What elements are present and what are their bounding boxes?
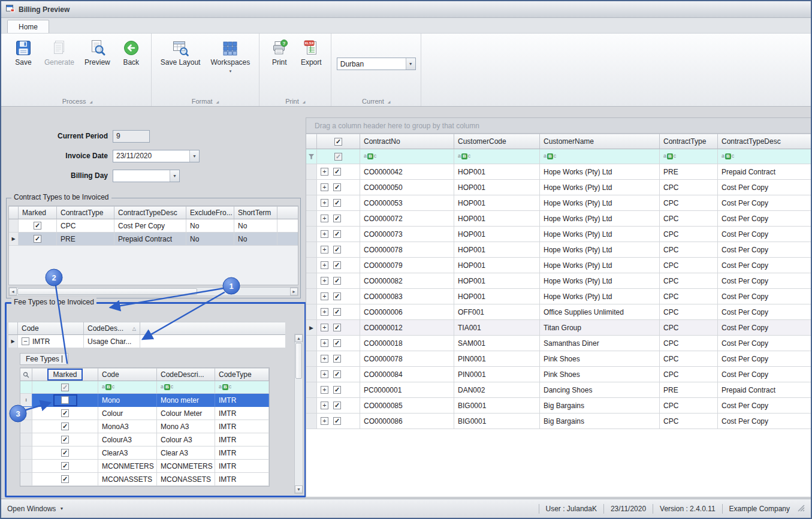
cell[interactable]: Cost Per Copy [718,367,811,382]
cell[interactable]: IMTR [215,394,269,407]
cell[interactable]: Hope Works (Pty) Ltd [540,195,660,211]
expand-button[interactable]: + [321,402,328,409]
cell[interactable]: CO0000082 [360,273,454,289]
column-header[interactable]: ContractType [57,206,114,219]
row-checkbox[interactable] [333,215,341,222]
contract-row[interactable]: +CO0000078PIN0001Pink ShoesCPCCost Per C… [306,351,811,367]
cell[interactable]: OFF001 [454,304,540,320]
row-checkbox[interactable] [333,168,341,176]
cell[interactable]: Cost Per Copy [718,336,811,351]
invoice-date-input[interactable] [113,152,189,160]
cell[interactable]: CPC [660,414,718,429]
cell[interactable]: CPC [660,336,718,351]
cell[interactable]: Big Bargains [540,414,660,429]
cell[interactable]: CPC [660,367,718,382]
marked-checkbox[interactable] [61,475,69,483]
cell[interactable]: Pink Shoes [540,367,660,382]
filter-cell[interactable]: aBc [540,149,660,164]
billing-day-input[interactable] [113,171,170,180]
fee-types-tab[interactable]: Fee Types [20,353,68,365]
chevron-down-icon[interactable]: ▼ [170,170,179,182]
cell[interactable]: MCONASSETS [98,473,157,486]
row-checkbox[interactable] [333,324,341,331]
row-checkbox[interactable] [333,199,341,207]
cell[interactable]: IMTR [215,446,269,460]
cell[interactable]: Colour A3 [157,433,215,446]
fee-type-row[interactable]: MCONASSETSMCONASSETSIMTR [20,473,269,486]
cell[interactable]: ClearA3 [98,446,157,460]
cell[interactable]: CPC [660,211,718,227]
filter-cell[interactable]: aBc [157,381,215,394]
column-header[interactable]: CodeDescri... [157,368,215,381]
expand-button[interactable]: + [321,355,328,363]
cell[interactable]: Cost Per Copy [718,414,811,429]
cell[interactable]: Prepaid Contract [718,164,811,180]
row-checkbox[interactable] [333,402,341,409]
expand-button[interactable]: + [321,246,328,254]
cell[interactable]: SAM001 [454,336,540,351]
marked-checkbox[interactable] [61,396,69,404]
contract-row[interactable]: +CO0000042HOP001Hope Works (Pty) LtdPREP… [306,164,811,180]
row-checkbox[interactable] [333,277,341,285]
cell[interactable]: HOP001 [454,180,540,195]
row-checkbox[interactable] [333,292,341,300]
cell[interactable]: CPC [57,219,114,233]
cell[interactable]: Hope Works (Pty) Ltd [540,242,660,258]
cell[interactable]: No [234,219,277,233]
cell[interactable]: CPC [660,398,718,414]
cell[interactable]: CO0000053 [360,195,454,211]
cell[interactable]: Office Supplies Unlimited [540,304,660,320]
cell[interactable]: Hope Works (Pty) Ltd [540,211,660,227]
save-button[interactable]: Save [8,36,38,70]
marked-checkbox[interactable] [61,449,69,457]
cell[interactable]: TIA001 [454,320,540,336]
cell[interactable]: ColourA3 [98,433,157,446]
column-header[interactable]: Code [18,322,84,335]
column-header[interactable]: CodeDes... △ [84,322,140,335]
cell[interactable]: No [186,219,234,233]
column-header[interactable]: CustomerName [540,134,660,149]
column-header[interactable]: Marked [19,206,57,219]
cell[interactable]: Cost Per Copy [718,304,811,320]
dialog-launcher-icon[interactable]: ◢ [216,99,219,104]
contract-grid-hscrollbar[interactable]: ◄ ► [8,287,298,296]
cell[interactable]: Colour Meter [157,407,215,420]
column-header[interactable]: CustomerCode [454,134,540,149]
dialog-launcher-icon[interactable]: ◢ [388,99,391,104]
cell[interactable]: PRE [660,382,718,398]
filter-cell[interactable]: aBc [454,149,540,164]
fee-type-row[interactable]: MCONMETERSMCONMETERSIMTR [20,460,269,473]
cell[interactable]: MCONMETERS [98,460,157,473]
cell[interactable]: CPC [660,320,718,336]
cell[interactable]: DAN002 [454,382,540,398]
select-all-cell[interactable] [317,134,360,149]
fee-master-row[interactable]: ▶ − IMTR Usage Char... [8,335,285,348]
cell[interactable]: CO0000006 [360,304,454,320]
cell[interactable]: PIN0001 [454,351,540,367]
contract-row[interactable]: +CO0000084PIN0001Pink ShoesCPCCost Per C… [306,367,811,382]
cell[interactable]: Cost Per Copy [718,180,811,195]
cell[interactable]: IMTR [215,433,269,446]
expand-button[interactable]: + [321,292,328,300]
filter-cell[interactable] [317,149,360,164]
fee-type-row[interactable]: ClearA3Clear A3IMTR [20,446,269,460]
chevron-down-icon[interactable]: ▼ [406,58,415,70]
cell[interactable]: Mono meter [157,394,215,407]
cell[interactable]: CPC [660,242,718,258]
row-checkbox[interactable] [333,246,341,254]
cell[interactable]: CPC [660,289,718,304]
row-checkbox[interactable] [333,183,341,191]
expand-button[interactable]: + [321,261,328,269]
contract-row[interactable]: +CO0000083HOP001Hope Works (Pty) LtdCPCC… [306,289,811,304]
branch-combo[interactable]: ▼ [337,58,416,70]
contract-row[interactable]: +CO0000079HOP001Hope Works (Pty) LtdCPCC… [306,258,811,273]
cell[interactable]: BIG0001 [454,398,540,414]
tab-home[interactable]: Home [7,20,49,33]
cell[interactable]: CO0000084 [360,367,454,382]
contract-row[interactable]: +CO0000085BIG0001Big BargainsCPCCost Per… [306,398,811,414]
contract-row[interactable]: +PC0000001DAN002Dancing ShoesPREPrepaid … [306,382,811,398]
cell[interactable]: CO0000085 [360,398,454,414]
cell[interactable]: Cost Per Copy [114,219,186,233]
cell[interactable]: Prepaid Contract [718,382,811,398]
cell[interactable]: CPC [660,180,718,195]
